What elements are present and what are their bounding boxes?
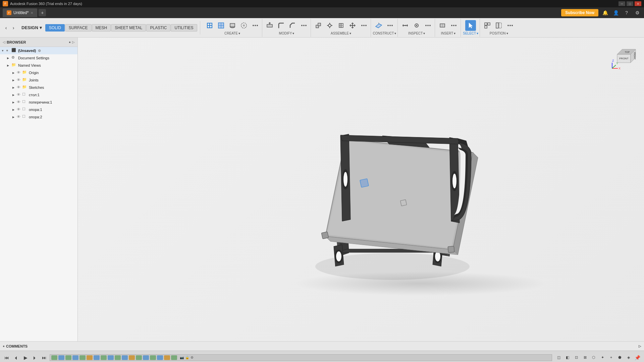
timeline-icon-btn-1[interactable]: ◫ <box>555 354 563 362</box>
create-sketch-button[interactable] <box>216 20 226 31</box>
timeline-item-12[interactable] <box>129 355 135 360</box>
timeline-icon-btn-9[interactable]: ◈ <box>625 354 633 362</box>
timeline-item-18[interactable] <box>171 355 177 360</box>
timeline-item-6[interactable] <box>87 355 93 360</box>
timeline-pin-button[interactable]: 📌 <box>633 354 641 362</box>
create-revolve-button[interactable] <box>238 20 249 31</box>
tab-solid[interactable]: SOLID <box>45 24 65 32</box>
design-mode-dropdown[interactable]: DESIGN ▾ <box>19 24 45 32</box>
inspect-measure-button[interactable] <box>400 20 411 31</box>
construct-offset-plane-button[interactable] <box>373 20 384 31</box>
timeline-icon-btn-5[interactable]: ⬡ <box>590 354 598 362</box>
position-snap-button[interactable] <box>493 20 504 31</box>
viewport[interactable]: FRONT TOP RIGHT Z X Y <box>78 38 644 341</box>
timeline-item-9[interactable] <box>108 355 114 360</box>
tab-surface[interactable]: SURFACE <box>65 24 92 32</box>
modify-press-pull-button[interactable] <box>264 20 275 31</box>
tab-untitled[interactable]: F Untitled* ✕ <box>3 8 37 17</box>
component-icon: ☐ <box>22 107 28 112</box>
tab-close-button[interactable]: ✕ <box>31 11 33 15</box>
assemble-move-button[interactable] <box>347 20 358 31</box>
timeline-item-16[interactable] <box>157 355 163 360</box>
assemble-rigid-button[interactable] <box>336 20 346 31</box>
canvas[interactable]: FRONT TOP RIGHT Z X Y <box>78 38 644 341</box>
timeline-icon-btn-2[interactable]: ◧ <box>564 354 572 362</box>
tab-mesh[interactable]: MESH <box>92 24 111 32</box>
subscribe-button[interactable]: Subscribe Now <box>561 9 598 16</box>
timeline-item-15[interactable] <box>150 355 156 360</box>
create-more-button[interactable] <box>250 20 261 31</box>
settings-button[interactable]: ⚙ <box>633 9 641 17</box>
browser-collapse-button[interactable]: ◁ <box>3 40 5 44</box>
help-button[interactable]: ? <box>623 9 631 17</box>
timeline-item-5[interactable] <box>79 355 86 360</box>
browser-pin-button[interactable]: ▷ <box>72 40 75 44</box>
assemble-joint-button[interactable] <box>324 20 335 31</box>
modify-more-button[interactable] <box>299 20 309 31</box>
tree-item-sketches[interactable]: ▶ 👁 📁 Sketches <box>0 84 77 91</box>
timeline-next-button[interactable]: ⏵ <box>31 354 39 362</box>
timeline-item-4[interactable] <box>72 355 78 360</box>
account-button[interactable]: 👤 <box>612 9 620 17</box>
timeline-first-button[interactable]: ⏮ <box>3 354 11 362</box>
maximize-button[interactable]: □ <box>627 1 633 6</box>
timeline-item-8[interactable] <box>101 355 107 360</box>
inspect-display-button[interactable] <box>411 20 422 31</box>
position-more-button[interactable] <box>505 20 516 31</box>
minimize-button[interactable]: ─ <box>619 1 625 6</box>
assemble-new-component-button[interactable] <box>313 20 324 31</box>
timeline-icon-btn-8[interactable]: ⬟ <box>616 354 624 362</box>
new-tab-button[interactable]: + <box>39 9 46 16</box>
insert-canvas-button[interactable] <box>437 20 448 31</box>
timeline-icon-btn-7[interactable]: ⌖ <box>607 354 615 362</box>
tree-item-opora1[interactable]: ▶ 👁 ☐ опора:1 <box>0 106 77 113</box>
timeline-capture-button[interactable]: 📷 <box>179 355 184 360</box>
inspect-more-button[interactable] <box>423 20 433 31</box>
close-button[interactable]: ✕ <box>635 1 641 6</box>
tree-item-stol1[interactable]: ▶ 👁 ☐ стол:1 <box>0 91 77 99</box>
tree-item-named-views[interactable]: ▶ 📁 Named Views <box>0 62 77 69</box>
timeline-item-14[interactable] <box>143 355 149 360</box>
timeline-lock-button[interactable]: 🔒 <box>185 355 190 360</box>
timeline-item-13[interactable] <box>136 355 142 360</box>
tree-item-opora2[interactable]: ▶ 👁 ☐ опора:2 <box>0 113 77 121</box>
timeline-icon-btn-6[interactable]: ✦ <box>598 354 606 362</box>
timeline-icon-btn-3[interactable]: ⊡ <box>572 354 580 362</box>
tree-item-document-settings[interactable]: ▶ ⚙ Document Settings <box>0 54 77 62</box>
comments-expand-button[interactable]: ▷ <box>639 344 641 348</box>
timeline-item-3[interactable] <box>65 355 71 360</box>
browser-visibility-button[interactable]: ● <box>69 40 71 44</box>
tree-item-joints[interactable]: ▶ 👁 📁 Joints <box>0 76 77 84</box>
tree-item-root[interactable]: ▼ ● ⬛ (Unsaved) ⚙ <box>0 47 77 54</box>
timeline-item-2[interactable] <box>58 355 64 360</box>
timeline-item-1[interactable] <box>51 355 57 360</box>
create-extrude-button[interactable] <box>227 20 238 31</box>
tab-utilities[interactable]: UTILITIES <box>171 24 197 32</box>
comments-collapse-button[interactable]: ● <box>3 344 5 348</box>
timeline-prev-button[interactable]: ⏴ <box>12 354 20 362</box>
timeline-item-11[interactable] <box>122 355 128 360</box>
timeline-last-button[interactable]: ⏭ <box>40 354 48 362</box>
modify-chamfer-button[interactable] <box>287 20 298 31</box>
construct-more-button[interactable] <box>385 20 395 31</box>
tab-plastic[interactable]: PLASTIC <box>146 24 170 32</box>
assemble-more-button[interactable] <box>359 20 369 31</box>
toolbar-back-button[interactable]: ‹ <box>3 24 9 31</box>
timeline-play-button[interactable]: ▶ <box>21 354 30 362</box>
timeline-icon-btn-4[interactable]: ⊠ <box>581 354 589 362</box>
timeline-settings-button[interactable]: ⚙ <box>190 355 194 360</box>
insert-more-button[interactable] <box>448 20 459 31</box>
view-cube[interactable]: FRONT TOP RIGHT Z X Y <box>610 44 637 71</box>
modify-fillet-button[interactable] <box>276 20 286 31</box>
toolbar-forward-button[interactable]: › <box>10 24 17 31</box>
timeline-item-10[interactable] <box>115 355 121 360</box>
timeline-item-7[interactable] <box>94 355 100 360</box>
create-new-component-button[interactable] <box>204 20 215 31</box>
tree-item-origin[interactable]: ▶ 👁 📁 Origin <box>0 69 77 76</box>
tab-sheet-metal[interactable]: SHEET METAL <box>111 24 146 32</box>
position-grid-button[interactable] <box>482 20 493 31</box>
select-button[interactable] <box>465 20 476 31</box>
tree-item-poperechina1[interactable]: ▶ 👁 ☐ поперечина:1 <box>0 99 77 106</box>
timeline-item-17[interactable] <box>164 355 170 360</box>
notifications-button[interactable]: 🔔 <box>601 9 609 17</box>
